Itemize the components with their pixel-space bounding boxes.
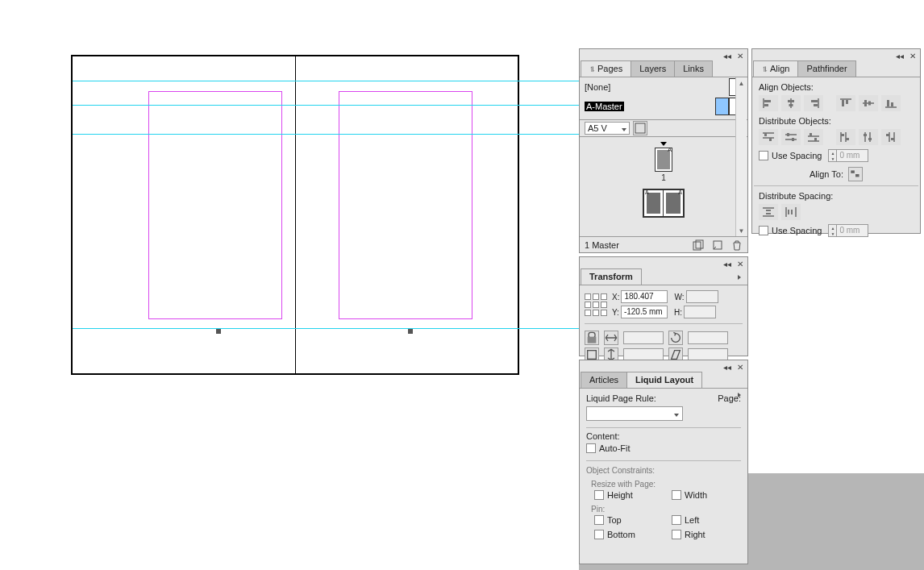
distribute-right-edges-button[interactable] bbox=[881, 129, 901, 145]
svg-rect-47 bbox=[855, 174, 859, 177]
spacing-spinner[interactable]: ▲▼ bbox=[828, 149, 836, 162]
auto-fit-checkbox[interactable] bbox=[586, 443, 596, 453]
align-right-edges-button[interactable] bbox=[804, 95, 823, 111]
tab-layers[interactable]: Layers bbox=[631, 60, 675, 77]
rotate-input[interactable] bbox=[688, 331, 728, 344]
pin-right-checkbox[interactable] bbox=[672, 530, 681, 539]
y-label: Y: bbox=[612, 308, 619, 317]
use-spacing-2-label: Use Spacing bbox=[772, 226, 822, 235]
ruler-guide[interactable] bbox=[73, 81, 589, 81]
use-spacing-2-checkbox[interactable] bbox=[759, 226, 768, 235]
liquid-rule-label: Liquid Page Rule: bbox=[586, 393, 656, 403]
column-guide-handle[interactable] bbox=[216, 329, 221, 334]
scroll-up-button[interactable]: ▲ bbox=[736, 77, 747, 89]
distribute-vertical-centers-button[interactable] bbox=[781, 129, 801, 145]
tab-liquid-layout[interactable]: Liquid Layout bbox=[626, 372, 702, 388]
spacing-2-spinner[interactable]: ▲▼ bbox=[828, 224, 836, 237]
x-input[interactable]: 180.407 mm bbox=[621, 290, 668, 303]
column-guide-handle[interactable] bbox=[408, 329, 413, 334]
align-bottom-edges-button[interactable] bbox=[881, 95, 901, 111]
svg-rect-32 bbox=[810, 133, 812, 136]
panel-menu-icon[interactable] bbox=[734, 272, 745, 283]
collapse-icon[interactable]: ◂◂ bbox=[722, 51, 733, 60]
content-label: Content: bbox=[586, 431, 741, 441]
ruler-guide[interactable] bbox=[73, 134, 589, 135]
w-input[interactable] bbox=[686, 290, 718, 303]
use-spacing-checkbox[interactable] bbox=[759, 151, 768, 160]
align-to-dropdown[interactable] bbox=[848, 167, 863, 181]
page-1-thumb[interactable] bbox=[655, 148, 672, 172]
h-input[interactable] bbox=[684, 306, 716, 318]
reference-point-proxy[interactable] bbox=[585, 293, 607, 316]
ruler-guide[interactable] bbox=[73, 105, 589, 106]
constrain-proportions-button[interactable] bbox=[585, 331, 599, 345]
left-page-margin bbox=[148, 91, 282, 319]
svg-rect-20 bbox=[887, 100, 889, 106]
master-a-left-thumb[interactable] bbox=[715, 98, 729, 115]
spacing-input[interactable]: 0 mm bbox=[836, 149, 868, 162]
svg-rect-28 bbox=[787, 133, 789, 136]
delete-page-button[interactable] bbox=[731, 239, 743, 251]
svg-rect-25 bbox=[769, 138, 772, 141]
w-label: W: bbox=[674, 293, 684, 302]
x-label: X: bbox=[612, 293, 619, 302]
document-canvas[interactable] bbox=[0, 0, 579, 570]
close-icon[interactable]: ✕ bbox=[735, 362, 746, 372]
align-horizontal-centers-button[interactable] bbox=[781, 95, 801, 111]
distribute-vertical-space-button[interactable] bbox=[759, 204, 778, 220]
y-input[interactable]: -120.5 mm bbox=[621, 306, 668, 318]
svg-rect-41 bbox=[868, 138, 872, 140]
collapse-icon[interactable]: ◂◂ bbox=[894, 51, 905, 60]
distribute-top-edges-button[interactable] bbox=[759, 129, 778, 145]
svg-rect-40 bbox=[864, 134, 867, 136]
spread-start-marker-icon bbox=[660, 142, 667, 146]
close-icon[interactable]: ✕ bbox=[735, 259, 746, 268]
distribute-bottom-edges-button[interactable] bbox=[804, 129, 823, 145]
distribute-left-edges-button[interactable] bbox=[836, 129, 855, 145]
page-spread[interactable] bbox=[71, 55, 519, 375]
resize-height-checkbox[interactable] bbox=[594, 490, 604, 500]
svg-rect-17 bbox=[864, 100, 867, 106]
pin-top-checkbox[interactable] bbox=[594, 515, 604, 525]
tab-links[interactable]: Links bbox=[674, 60, 713, 77]
new-page-button[interactable] bbox=[712, 239, 723, 251]
tab-align[interactable]: Align bbox=[753, 60, 798, 77]
master-spread-thumb[interactable]: A A bbox=[643, 189, 685, 218]
align-left-edges-button[interactable] bbox=[759, 95, 778, 111]
spacing-2-input[interactable]: 0 mm bbox=[836, 224, 868, 237]
svg-rect-11 bbox=[811, 100, 818, 102]
edit-page-size-button[interactable] bbox=[633, 121, 647, 135]
pin-left-checkbox[interactable] bbox=[672, 515, 681, 525]
master-a-row[interactable]: A-Master bbox=[580, 97, 747, 116]
close-icon[interactable]: ✕ bbox=[907, 51, 918, 60]
tab-pages[interactable]: Pages bbox=[581, 60, 631, 77]
distribute-horizontal-space-button[interactable] bbox=[781, 204, 801, 220]
distribute-horizontal-centers-button[interactable] bbox=[859, 129, 878, 145]
scroll-down-button[interactable]: ▼ bbox=[736, 225, 747, 236]
master-none-row[interactable]: [None] bbox=[580, 77, 747, 97]
align-vertical-centers-button[interactable] bbox=[859, 95, 878, 111]
collapse-icon[interactable]: ◂◂ bbox=[722, 259, 733, 268]
svg-rect-6 bbox=[764, 104, 768, 106]
resize-width-checkbox[interactable] bbox=[672, 490, 681, 500]
chevron-down-icon bbox=[622, 123, 626, 133]
svg-rect-0 bbox=[635, 123, 645, 133]
scale-x-input[interactable] bbox=[623, 331, 664, 344]
close-icon[interactable]: ✕ bbox=[735, 51, 746, 60]
edit-page-button[interactable] bbox=[693, 239, 704, 251]
page-number-label: 1 bbox=[661, 173, 666, 182]
tab-transform[interactable]: Transform bbox=[581, 268, 642, 285]
master-none-label: [None] bbox=[585, 82, 610, 92]
collapse-icon[interactable]: ◂◂ bbox=[722, 362, 733, 372]
svg-rect-15 bbox=[846, 100, 848, 104]
page-size-value: A5 V bbox=[588, 123, 607, 133]
pin-bottom-checkbox[interactable] bbox=[594, 530, 604, 539]
svg-rect-24 bbox=[764, 133, 767, 136]
align-top-edges-button[interactable] bbox=[836, 95, 855, 111]
tab-pathfinder[interactable]: Pathfinder bbox=[797, 60, 855, 77]
page-size-dropdown[interactable]: A5 V bbox=[585, 122, 630, 135]
ruler-guide[interactable] bbox=[73, 328, 589, 329]
tab-articles[interactable]: Articles bbox=[581, 372, 627, 388]
pin-right-label: Right bbox=[685, 530, 705, 539]
liquid-rule-dropdown[interactable] bbox=[586, 406, 683, 421]
